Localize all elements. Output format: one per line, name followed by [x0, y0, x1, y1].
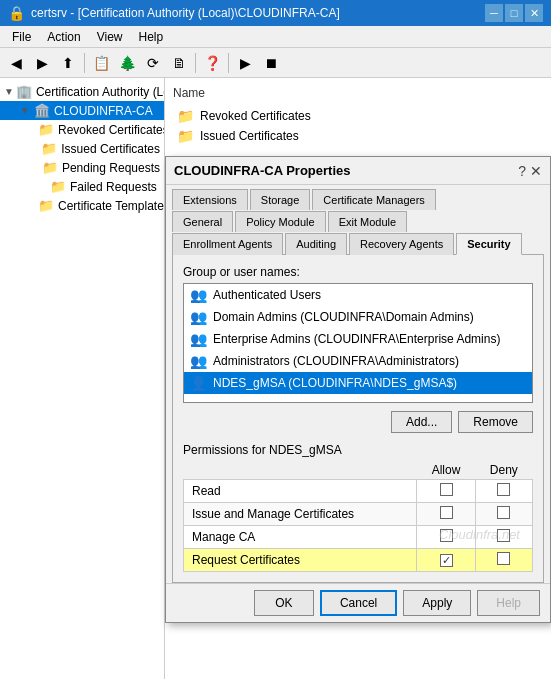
expand-icon: ▼ [4, 86, 14, 97]
toolbar-back[interactable]: ◀ [4, 51, 28, 75]
checkbox-request-allow[interactable] [440, 554, 453, 567]
checkbox-read-deny[interactable] [497, 483, 510, 496]
tab-enrollment-agents[interactable]: Enrollment Agents [172, 233, 283, 255]
checkbox-request-deny[interactable] [497, 552, 510, 565]
sidebar-item-revoked[interactable]: 📁 Revoked Certificates [0, 120, 164, 139]
menu-action[interactable]: Action [39, 28, 88, 45]
dialog-title-controls: ? ✕ [518, 163, 542, 179]
checkbox-read-allow[interactable] [440, 483, 453, 496]
help-button[interactable]: Help [477, 590, 540, 616]
tab-security[interactable]: Security [456, 233, 521, 255]
checkbox-issue-allow[interactable] [440, 506, 453, 519]
tab-recovery-agents[interactable]: Recovery Agents [349, 233, 454, 255]
toolbar-forward[interactable]: ▶ [30, 51, 54, 75]
menu-view[interactable]: View [89, 28, 131, 45]
user-label-2: Enterprise Admins (CLOUDINFRA\Enterprise… [213, 332, 500, 346]
permissions-table: Allow Deny Read Issue and Manage Certifi… [183, 461, 533, 572]
toolbar-sep1 [84, 53, 85, 73]
toolbar-show-action-pane[interactable]: 📋 [89, 51, 113, 75]
toolbar-stop[interactable]: ⏹ [259, 51, 283, 75]
tab-general[interactable]: General [172, 211, 233, 232]
tab-storage[interactable]: Storage [250, 189, 311, 210]
user-item-3[interactable]: 👥 Administrators (CLOUDINFRA\Administrat… [184, 350, 532, 372]
user-item-1[interactable]: 👥 Domain Admins (CLOUDINFRA\Domain Admin… [184, 306, 532, 328]
tab-row-3: Enrollment Agents Auditing Recovery Agen… [172, 233, 544, 254]
perm-col-deny: Deny [475, 461, 532, 480]
user-icon-3: 👥 [190, 353, 207, 369]
dialog-help-button[interactable]: ? [518, 163, 526, 179]
minimize-button[interactable]: ─ [485, 4, 503, 22]
perm-col-allow: Allow [417, 461, 475, 480]
tab-policy-module[interactable]: Policy Module [235, 211, 325, 232]
sidebar: ▼ 🏢 Certification Authority (Local) ▼ 🏛️… [0, 78, 165, 679]
main-area: ▼ 🏢 Certification Authority (Local) ▼ 🏛️… [0, 78, 551, 679]
user-label-3: Administrators (CLOUDINFRA\Administrator… [213, 354, 459, 368]
sidebar-ca-label: CLOUDINFRA-CA [54, 104, 153, 118]
toolbar-refresh[interactable]: ⟳ [141, 51, 165, 75]
checkbox-manage-deny[interactable] [497, 529, 510, 542]
menu-file[interactable]: File [4, 28, 39, 45]
perm-request-allow[interactable] [417, 549, 475, 572]
sidebar-revoked-label: Revoked Certificates [58, 123, 165, 137]
ca-root-icon: 🏢 [16, 84, 32, 99]
menu-bar: File Action View Help [0, 26, 551, 48]
sidebar-item-pending[interactable]: 📁 Pending Requests [0, 158, 164, 177]
menu-help[interactable]: Help [131, 28, 172, 45]
user-item-4[interactable]: 👤 NDES_gMSA (CLOUDINFRA\NDES_gMSA$) [184, 372, 532, 394]
users-list[interactable]: 👥 Authenticated Users 👥 Domain Admins (C… [183, 283, 533, 403]
checkbox-manage-allow[interactable] [440, 529, 453, 542]
sidebar-item-templates[interactable]: 📁 Certificate Templates [0, 196, 164, 215]
sidebar-item-ca[interactable]: ▼ 🏛️ CLOUDINFRA-CA [0, 101, 164, 120]
perm-manage-allow[interactable] [417, 526, 475, 549]
content-item-issued[interactable]: 📁 Issued Certificates [173, 126, 543, 146]
add-button[interactable]: Add... [391, 411, 452, 433]
sidebar-failed-label: Failed Requests [70, 180, 157, 194]
tab-exit-module[interactable]: Exit Module [328, 211, 407, 232]
dialog-title-bar: CLOUDINFRA-CA Properties ? ✕ [166, 157, 550, 185]
cancel-button[interactable]: Cancel [320, 590, 397, 616]
dialog-footer: OK Cancel Apply Help [166, 583, 550, 622]
properties-dialog: CLOUDINFRA-CA Properties ? ✕ Extensions … [165, 156, 551, 623]
perm-read-allow[interactable] [417, 480, 475, 503]
remove-button[interactable]: Remove [458, 411, 533, 433]
toolbar-help[interactable]: ❓ [200, 51, 224, 75]
toolbar-sep3 [228, 53, 229, 73]
content-header: Name [173, 86, 543, 100]
tab-auditing[interactable]: Auditing [285, 233, 347, 255]
close-button[interactable]: ✕ [525, 4, 543, 22]
sidebar-item-issued[interactable]: 📁 Issued Certificates [0, 139, 164, 158]
user-item-0[interactable]: 👥 Authenticated Users [184, 284, 532, 306]
perm-request-deny[interactable] [475, 549, 532, 572]
folder-icon-revoked: 📁 [177, 108, 194, 124]
toolbar-export[interactable]: 🗎 [167, 51, 191, 75]
add-remove-row: Add... Remove [183, 411, 533, 433]
content-item-revoked[interactable]: 📁 Revoked Certificates [173, 106, 543, 126]
ca-expand-icon: ▼ [20, 105, 32, 116]
perm-manage-deny[interactable] [475, 526, 532, 549]
sidebar-templates-label: Certificate Templates [58, 199, 165, 213]
ok-button[interactable]: OK [254, 590, 314, 616]
title-bar-text: certsrv - [Certification Authority (Loca… [31, 6, 479, 20]
perm-read-deny[interactable] [475, 480, 532, 503]
perm-name-request: Request Certificates [184, 549, 417, 572]
toolbar-up[interactable]: ⬆ [56, 51, 80, 75]
user-item-2[interactable]: 👥 Enterprise Admins (CLOUDINFRA\Enterpri… [184, 328, 532, 350]
group-label: Group or user names: [183, 265, 533, 279]
tab-row-1: Extensions Storage Certificate Managers [172, 189, 544, 209]
ca-icon: 🏛️ [34, 103, 50, 118]
checkbox-issue-deny[interactable] [497, 506, 510, 519]
sidebar-item-root[interactable]: ▼ 🏢 Certification Authority (Local) [0, 82, 164, 101]
dialog-close-button[interactable]: ✕ [530, 163, 542, 179]
toolbar-tree[interactable]: 🌲 [115, 51, 139, 75]
perm-issue-deny[interactable] [475, 503, 532, 526]
maximize-button[interactable]: □ [505, 4, 523, 22]
folder-pending-icon: 📁 [42, 160, 58, 175]
perm-row-manage: Manage CA [184, 526, 533, 549]
title-bar: 🔒 certsrv - [Certification Authority (Lo… [0, 0, 551, 26]
tab-extensions[interactable]: Extensions [172, 189, 248, 210]
sidebar-item-failed[interactable]: 📁 Failed Requests [0, 177, 164, 196]
tab-cert-managers[interactable]: Certificate Managers [312, 189, 436, 210]
perm-issue-allow[interactable] [417, 503, 475, 526]
apply-button[interactable]: Apply [403, 590, 471, 616]
toolbar-play[interactable]: ▶ [233, 51, 257, 75]
